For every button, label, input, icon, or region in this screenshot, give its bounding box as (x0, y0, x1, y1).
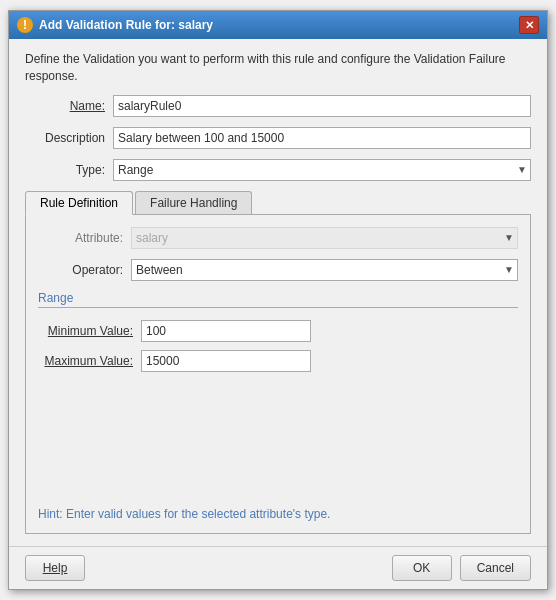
attribute-select: salary (131, 227, 518, 249)
min-value-input[interactable] (141, 320, 311, 342)
operator-row: Operator: Between Greater Than Less Than… (38, 259, 518, 281)
spacer (38, 382, 518, 489)
max-value-input[interactable] (141, 350, 311, 372)
main-window: ! Add Validation Rule for: salary ✕ Defi… (8, 10, 548, 590)
ok-label: OK (413, 561, 430, 575)
min-value-label: Minimum Value: (38, 324, 133, 338)
description-input[interactable] (113, 127, 531, 149)
description-text: Define the Validation you want to perfor… (25, 51, 531, 85)
max-value-label: Maximum Value: (38, 354, 133, 368)
right-buttons: OK Cancel (392, 555, 531, 581)
tab-failure-handling[interactable]: Failure Handling (135, 191, 252, 214)
title-bar: ! Add Validation Rule for: salary ✕ (9, 11, 547, 39)
help-button[interactable]: Help (25, 555, 85, 581)
attribute-select-wrapper: salary ▼ (131, 227, 518, 249)
name-row: Name: (25, 95, 531, 117)
cancel-label: Cancel (477, 561, 514, 575)
window-icon: ! (17, 17, 33, 33)
type-label: Type: (25, 163, 105, 177)
tab-rule-definition[interactable]: Rule Definition (25, 191, 133, 215)
cancel-button[interactable]: Cancel (460, 555, 531, 581)
ok-button[interactable]: OK (392, 555, 452, 581)
attribute-row: Attribute: salary ▼ (38, 227, 518, 249)
tab-content-rule-definition: Attribute: salary ▼ Operator: Between (25, 215, 531, 534)
description-label: Description (25, 131, 105, 145)
type-select[interactable]: Range Pattern Length Custom (113, 159, 531, 181)
attribute-label: Attribute: (38, 231, 123, 245)
operator-select-wrapper: Between Greater Than Less Than Equal To … (131, 259, 518, 281)
range-title: Range (38, 291, 518, 308)
hint-text: Hint: Enter valid values for the selecte… (38, 499, 518, 521)
type-select-wrapper: Range Pattern Length Custom ▼ (113, 159, 531, 181)
name-input[interactable] (113, 95, 531, 117)
help-label: Help (43, 561, 68, 575)
bottom-bar: Help OK Cancel (9, 546, 547, 589)
window-title: Add Validation Rule for: salary (39, 18, 213, 32)
operator-label: Operator: (38, 263, 123, 277)
title-bar-left: ! Add Validation Rule for: salary (17, 17, 213, 33)
min-value-row: Minimum Value: (38, 320, 518, 342)
description-row: Description (25, 127, 531, 149)
name-label: Name: (25, 99, 105, 113)
max-value-row: Maximum Value: (38, 350, 518, 372)
dialog-content: Define the Validation you want to perfor… (9, 39, 547, 546)
range-section: Range Minimum Value: Maximum Value: (38, 291, 518, 372)
title-bar-controls: ✕ (519, 16, 539, 34)
close-button[interactable]: ✕ (519, 16, 539, 34)
type-row: Type: Range Pattern Length Custom ▼ (25, 159, 531, 181)
operator-select[interactable]: Between Greater Than Less Than Equal To (131, 259, 518, 281)
tabs-header: Rule Definition Failure Handling (25, 191, 531, 215)
tabs-container: Rule Definition Failure Handling Attribu… (25, 191, 531, 534)
